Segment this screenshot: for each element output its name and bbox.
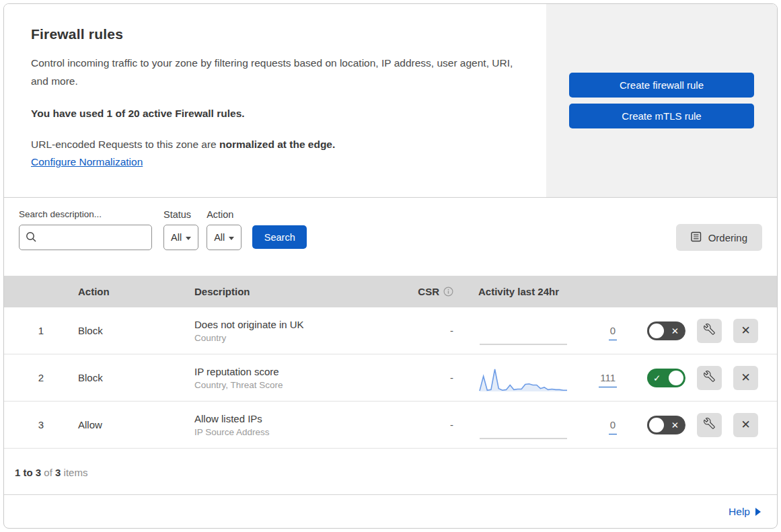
chevron-down-icon	[229, 237, 234, 240]
usage-summary: You have used 1 of 20 active Firewall ru…	[31, 108, 519, 120]
toggle-knob	[649, 418, 664, 432]
edit-rule-button[interactable]	[697, 366, 722, 390]
rule-controls: ✓ ✕ ✕	[617, 366, 777, 390]
action-filter-group: Action All	[207, 209, 241, 250]
delete-rule-button[interactable]: ✕	[733, 319, 758, 343]
status-toggle[interactable]: ✓ ✕	[647, 321, 685, 340]
table-row: 1 Block Does not originate in UK Country…	[4, 307, 777, 354]
range-text: 1 to 3	[15, 467, 41, 478]
table-row: 2 Block IP reputation score Country, Thr…	[4, 354, 777, 402]
rule-controls: ✓ ✕ ✕	[617, 413, 777, 437]
delete-rule-button[interactable]: ✕	[733, 413, 758, 437]
rule-description-cell: Allow listed IPs IP Source Address	[194, 413, 410, 437]
ordering-button[interactable]: Ordering	[676, 224, 762, 251]
check-icon: ✓	[653, 372, 661, 383]
activity-sparkline	[478, 319, 568, 346]
rule-description-cell: IP reputation score Country, Threat Scor…	[194, 366, 410, 390]
actions-panel: Create firewall rule Create mTLS rule	[546, 4, 777, 197]
close-icon: ✕	[741, 418, 750, 432]
rule-fields: IP Source Address	[194, 427, 410, 437]
search-input-wrap	[19, 225, 152, 250]
help-row: Help	[4, 495, 777, 528]
edit-rule-button[interactable]	[697, 413, 722, 437]
status-select[interactable]: All	[163, 225, 198, 250]
rule-priority: 3	[4, 419, 78, 430]
toggle-knob	[649, 324, 664, 338]
x-icon: ✕	[671, 325, 679, 336]
rule-description-cell: Does not originate in UK Country	[194, 319, 410, 343]
rule-controls: ✓ ✕ ✕	[617, 319, 777, 343]
edit-rule-button[interactable]	[697, 319, 722, 343]
rule-description: Does not originate in UK	[194, 319, 410, 330]
search-button[interactable]: Search	[252, 225, 307, 249]
info-icon[interactable]	[443, 287, 453, 297]
table-row: 3 Allow Allow listed IPs IP Source Addre…	[4, 402, 777, 449]
arrow-right-icon	[755, 508, 761, 516]
activity-count-link[interactable]: 0	[609, 419, 617, 434]
activity-sparkline	[478, 414, 568, 441]
header-text-panel: Firewall rules Control incoming traffic …	[4, 4, 546, 197]
search-input[interactable]	[19, 225, 152, 250]
action-select[interactable]: All	[207, 225, 241, 250]
rule-fields: Country, Threat Score	[194, 380, 410, 390]
wrench-icon	[704, 371, 715, 385]
table-header: Action Description CSR Activity last 24h…	[4, 276, 777, 307]
search-label: Search description...	[19, 209, 152, 219]
description-column-header: Description	[194, 286, 410, 297]
filter-bar: Search description... Status All Action …	[4, 198, 777, 276]
activity-count-link[interactable]: 0	[609, 325, 617, 340]
normalization-note: URL-encoded Requests to this zone are no…	[31, 139, 519, 151]
rule-fields: Country	[194, 333, 410, 343]
rule-activity-cell: 111	[453, 354, 617, 401]
toggle-knob	[669, 371, 683, 385]
help-link[interactable]: Help	[729, 506, 761, 518]
wrench-icon	[704, 418, 715, 432]
ordering-button-label: Ordering	[708, 232, 747, 243]
close-icon: ✕	[741, 324, 750, 338]
action-selected-value: All	[214, 232, 225, 243]
wrench-icon	[704, 324, 715, 338]
x-icon: ✕	[671, 419, 679, 430]
pagination-summary: 1 to 3 of 3 items	[4, 449, 777, 495]
status-filter-group: Status All	[163, 209, 198, 250]
normalization-prefix: URL-encoded Requests to this zone are	[31, 139, 219, 150]
firewall-rules-card: Firewall rules Control incoming traffic …	[3, 3, 778, 529]
rule-priority: 2	[4, 372, 78, 383]
page-description: Control incoming traffic to your zone by…	[31, 54, 519, 90]
total-count: 3	[55, 467, 61, 478]
action-column-header: Action	[78, 286, 194, 297]
rule-priority: 1	[4, 325, 78, 336]
create-mtls-rule-button[interactable]: Create mTLS rule	[569, 104, 754, 128]
page-title: Firewall rules	[31, 26, 519, 42]
rule-description: Allow listed IPs	[194, 413, 410, 424]
activity-sparkline	[478, 367, 568, 393]
status-label: Status	[163, 209, 198, 220]
activity-count-link[interactable]: 111	[599, 372, 617, 387]
search-group: Search description...	[19, 209, 152, 250]
rule-action: Block	[78, 325, 194, 336]
activity-column-header: Activity last 24hr	[453, 286, 617, 297]
delete-rule-button[interactable]: ✕	[733, 366, 758, 390]
rule-action: Block	[78, 372, 194, 383]
rule-description: IP reputation score	[194, 366, 410, 377]
list-icon	[691, 231, 702, 244]
status-toggle[interactable]: ✓ ✕	[647, 369, 685, 387]
create-firewall-rule-button[interactable]: Create firewall rule	[569, 73, 754, 98]
csr-column-header: CSR	[418, 286, 453, 297]
rule-action: Allow	[78, 419, 194, 430]
status-selected-value: All	[171, 232, 182, 243]
configure-normalization-link[interactable]: Configure Normalization	[31, 156, 143, 168]
normalization-bold: normalized at the edge.	[219, 139, 335, 150]
action-label: Action	[207, 209, 241, 220]
close-icon: ✕	[741, 371, 750, 385]
rule-activity-cell: 0	[453, 402, 617, 448]
chevron-down-icon	[186, 237, 191, 240]
status-toggle[interactable]: ✓ ✕	[647, 416, 685, 434]
header-section: Firewall rules Control incoming traffic …	[4, 4, 777, 198]
rule-activity-cell: 0	[453, 307, 617, 354]
